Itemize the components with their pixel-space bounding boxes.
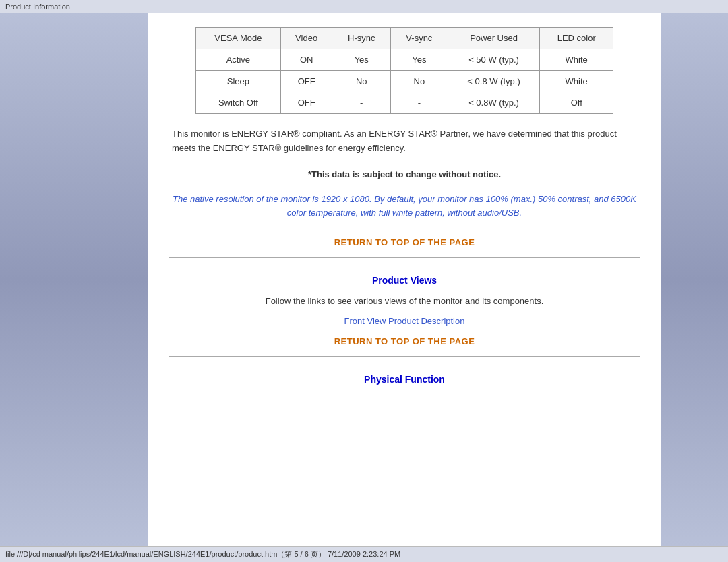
sidebar-left: [0, 13, 148, 546]
table-row: SleepOFFNoNo< 0.8 W (typ.)White: [196, 71, 613, 92]
table-cell: < 0.8 W (typ.): [448, 71, 540, 92]
table-cell: Yes: [332, 49, 391, 71]
divider-1: [169, 257, 640, 258]
table-cell: ON: [280, 49, 332, 71]
table-cell: Sleep: [196, 71, 281, 92]
col-header-power: Power Used: [448, 28, 540, 49]
table-cell: OFF: [280, 71, 332, 92]
col-header-led: LED color: [540, 28, 613, 49]
table-cell: White: [540, 49, 613, 71]
table-row: ActiveONYesYes< 50 W (typ.)White: [196, 49, 613, 71]
sidebar-right: [661, 13, 728, 546]
table-cell: -: [332, 92, 391, 114]
col-header-hsync: H-sync: [332, 28, 391, 49]
table-cell: -: [391, 92, 448, 114]
col-header-video: Video: [280, 28, 332, 49]
top-label: Product Information: [0, 0, 728, 13]
table-cell: No: [332, 71, 391, 92]
table-cell: White: [540, 71, 613, 92]
table-cell: < 50 W (typ.): [448, 49, 540, 71]
table-cell: No: [391, 71, 448, 92]
table-cell: Switch Off: [196, 92, 281, 114]
col-header-vsync: V-sync: [391, 28, 448, 49]
return-to-top-link-2[interactable]: RETURN TO TOP OF THE PAGE: [169, 336, 640, 346]
power-modes-table: VESA Mode Video H-sync V-sync Power Used…: [195, 27, 613, 114]
bottom-bar: file:///D|/cd manual/philips/244E1/lcd/m…: [0, 546, 728, 562]
divider-2: [169, 356, 640, 357]
table-cell: Active: [196, 49, 281, 71]
bold-notice: *This data is subject to change without …: [169, 169, 640, 179]
return-to-top-link-1[interactable]: RETURN TO TOP OF THE PAGE: [169, 237, 640, 247]
physical-function-title: Physical Function: [169, 374, 640, 385]
col-header-vesa: VESA Mode: [196, 28, 281, 49]
table-cell: OFF: [280, 92, 332, 114]
follow-text: Follow the links to see various views of…: [169, 296, 640, 306]
product-views-title: Product Views: [169, 275, 640, 286]
bottom-bar-text: file:///D|/cd manual/philips/244E1/lcd/m…: [5, 550, 400, 558]
description-text: This monitor is ENERGY STAR® compliant. …: [169, 127, 640, 156]
front-view-link[interactable]: Front View Product Description: [169, 316, 640, 326]
main-content: VESA Mode Video H-sync V-sync Power Used…: [148, 13, 661, 546]
table-row: Switch OffOFF--< 0.8W (typ.)Off: [196, 92, 613, 114]
blue-italic-text: The native resolution of the monitor is …: [169, 193, 640, 221]
product-info-label: Product Information: [5, 3, 70, 11]
table-cell: Yes: [391, 49, 448, 71]
table-cell: Off: [540, 92, 613, 114]
table-cell: < 0.8W (typ.): [448, 92, 540, 114]
